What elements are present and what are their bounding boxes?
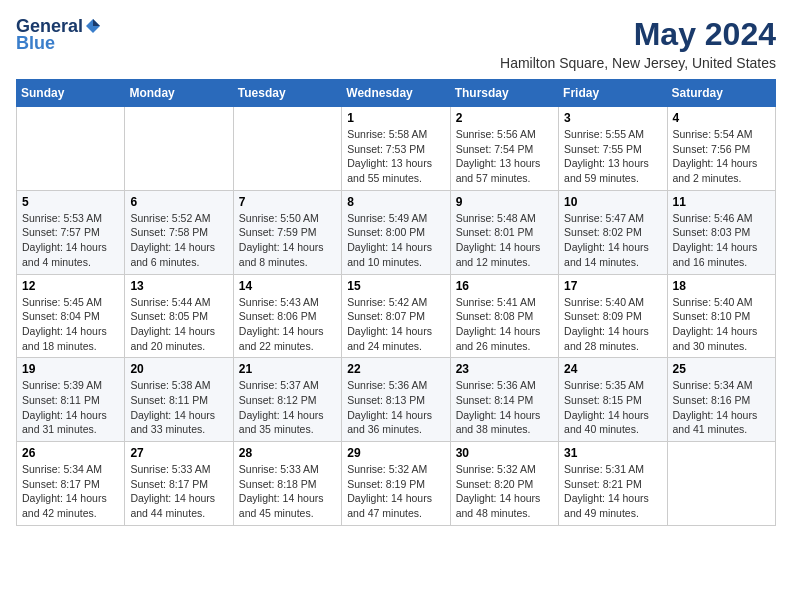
calendar-cell: [233, 107, 341, 191]
day-info: Sunrise: 5:32 AM Sunset: 8:20 PM Dayligh…: [456, 462, 553, 521]
day-number: 3: [564, 111, 661, 125]
calendar-cell: 4Sunrise: 5:54 AM Sunset: 7:56 PM Daylig…: [667, 107, 775, 191]
day-number: 29: [347, 446, 444, 460]
day-number: 31: [564, 446, 661, 460]
day-info: Sunrise: 5:56 AM Sunset: 7:54 PM Dayligh…: [456, 127, 553, 186]
day-number: 14: [239, 279, 336, 293]
calendar-cell: 3Sunrise: 5:55 AM Sunset: 7:55 PM Daylig…: [559, 107, 667, 191]
day-number: 12: [22, 279, 119, 293]
col-tuesday: Tuesday: [233, 80, 341, 107]
logo-blue: Blue: [16, 33, 55, 54]
calendar-cell: 20Sunrise: 5:38 AM Sunset: 8:11 PM Dayli…: [125, 358, 233, 442]
day-info: Sunrise: 5:47 AM Sunset: 8:02 PM Dayligh…: [564, 211, 661, 270]
calendar-week-row: 26Sunrise: 5:34 AM Sunset: 8:17 PM Dayli…: [17, 442, 776, 526]
col-wednesday: Wednesday: [342, 80, 450, 107]
day-info: Sunrise: 5:33 AM Sunset: 8:18 PM Dayligh…: [239, 462, 336, 521]
day-info: Sunrise: 5:46 AM Sunset: 8:03 PM Dayligh…: [673, 211, 770, 270]
calendar-cell: 14Sunrise: 5:43 AM Sunset: 8:06 PM Dayli…: [233, 274, 341, 358]
day-number: 11: [673, 195, 770, 209]
day-number: 15: [347, 279, 444, 293]
calendar-cell: 5Sunrise: 5:53 AM Sunset: 7:57 PM Daylig…: [17, 190, 125, 274]
calendar-cell: 10Sunrise: 5:47 AM Sunset: 8:02 PM Dayli…: [559, 190, 667, 274]
calendar-cell: 19Sunrise: 5:39 AM Sunset: 8:11 PM Dayli…: [17, 358, 125, 442]
day-number: 27: [130, 446, 227, 460]
day-number: 24: [564, 362, 661, 376]
day-number: 26: [22, 446, 119, 460]
day-number: 30: [456, 446, 553, 460]
calendar-cell: 28Sunrise: 5:33 AM Sunset: 8:18 PM Dayli…: [233, 442, 341, 526]
day-info: Sunrise: 5:37 AM Sunset: 8:12 PM Dayligh…: [239, 378, 336, 437]
calendar-cell: 21Sunrise: 5:37 AM Sunset: 8:12 PM Dayli…: [233, 358, 341, 442]
day-info: Sunrise: 5:40 AM Sunset: 8:10 PM Dayligh…: [673, 295, 770, 354]
calendar-cell: 29Sunrise: 5:32 AM Sunset: 8:19 PM Dayli…: [342, 442, 450, 526]
day-info: Sunrise: 5:41 AM Sunset: 8:08 PM Dayligh…: [456, 295, 553, 354]
logo: General Blue: [16, 16, 102, 54]
day-info: Sunrise: 5:34 AM Sunset: 8:16 PM Dayligh…: [673, 378, 770, 437]
calendar-cell: 13Sunrise: 5:44 AM Sunset: 8:05 PM Dayli…: [125, 274, 233, 358]
day-number: 20: [130, 362, 227, 376]
calendar-cell: 27Sunrise: 5:33 AM Sunset: 8:17 PM Dayli…: [125, 442, 233, 526]
day-number: 4: [673, 111, 770, 125]
day-number: 16: [456, 279, 553, 293]
day-number: 2: [456, 111, 553, 125]
calendar-cell: 6Sunrise: 5:52 AM Sunset: 7:58 PM Daylig…: [125, 190, 233, 274]
day-number: 8: [347, 195, 444, 209]
day-number: 10: [564, 195, 661, 209]
day-info: Sunrise: 5:49 AM Sunset: 8:00 PM Dayligh…: [347, 211, 444, 270]
day-info: Sunrise: 5:38 AM Sunset: 8:11 PM Dayligh…: [130, 378, 227, 437]
calendar-week-row: 1Sunrise: 5:58 AM Sunset: 7:53 PM Daylig…: [17, 107, 776, 191]
month-title: May 2024: [500, 16, 776, 53]
calendar-cell: 11Sunrise: 5:46 AM Sunset: 8:03 PM Dayli…: [667, 190, 775, 274]
day-info: Sunrise: 5:44 AM Sunset: 8:05 PM Dayligh…: [130, 295, 227, 354]
calendar-cell: [125, 107, 233, 191]
day-number: 23: [456, 362, 553, 376]
calendar-cell: 2Sunrise: 5:56 AM Sunset: 7:54 PM Daylig…: [450, 107, 558, 191]
day-number: 5: [22, 195, 119, 209]
day-info: Sunrise: 5:55 AM Sunset: 7:55 PM Dayligh…: [564, 127, 661, 186]
day-info: Sunrise: 5:45 AM Sunset: 8:04 PM Dayligh…: [22, 295, 119, 354]
day-number: 25: [673, 362, 770, 376]
day-number: 13: [130, 279, 227, 293]
calendar-cell: 22Sunrise: 5:36 AM Sunset: 8:13 PM Dayli…: [342, 358, 450, 442]
day-number: 19: [22, 362, 119, 376]
calendar-week-row: 12Sunrise: 5:45 AM Sunset: 8:04 PM Dayli…: [17, 274, 776, 358]
day-number: 1: [347, 111, 444, 125]
col-monday: Monday: [125, 80, 233, 107]
day-info: Sunrise: 5:36 AM Sunset: 8:14 PM Dayligh…: [456, 378, 553, 437]
day-info: Sunrise: 5:33 AM Sunset: 8:17 PM Dayligh…: [130, 462, 227, 521]
day-info: Sunrise: 5:31 AM Sunset: 8:21 PM Dayligh…: [564, 462, 661, 521]
calendar-cell: 8Sunrise: 5:49 AM Sunset: 8:00 PM Daylig…: [342, 190, 450, 274]
day-info: Sunrise: 5:40 AM Sunset: 8:09 PM Dayligh…: [564, 295, 661, 354]
day-info: Sunrise: 5:50 AM Sunset: 7:59 PM Dayligh…: [239, 211, 336, 270]
day-number: 6: [130, 195, 227, 209]
calendar-cell: 15Sunrise: 5:42 AM Sunset: 8:07 PM Dayli…: [342, 274, 450, 358]
day-info: Sunrise: 5:42 AM Sunset: 8:07 PM Dayligh…: [347, 295, 444, 354]
day-info: Sunrise: 5:54 AM Sunset: 7:56 PM Dayligh…: [673, 127, 770, 186]
page-header: General Blue May 2024 Hamilton Square, N…: [16, 16, 776, 71]
calendar-cell: 9Sunrise: 5:48 AM Sunset: 8:01 PM Daylig…: [450, 190, 558, 274]
day-number: 9: [456, 195, 553, 209]
day-number: 21: [239, 362, 336, 376]
col-sunday: Sunday: [17, 80, 125, 107]
col-friday: Friday: [559, 80, 667, 107]
day-info: Sunrise: 5:43 AM Sunset: 8:06 PM Dayligh…: [239, 295, 336, 354]
day-number: 17: [564, 279, 661, 293]
calendar-cell: 12Sunrise: 5:45 AM Sunset: 8:04 PM Dayli…: [17, 274, 125, 358]
calendar-week-row: 19Sunrise: 5:39 AM Sunset: 8:11 PM Dayli…: [17, 358, 776, 442]
day-info: Sunrise: 5:32 AM Sunset: 8:19 PM Dayligh…: [347, 462, 444, 521]
col-saturday: Saturday: [667, 80, 775, 107]
day-info: Sunrise: 5:39 AM Sunset: 8:11 PM Dayligh…: [22, 378, 119, 437]
location: Hamilton Square, New Jersey, United Stat…: [500, 55, 776, 71]
day-number: 22: [347, 362, 444, 376]
calendar-cell: 7Sunrise: 5:50 AM Sunset: 7:59 PM Daylig…: [233, 190, 341, 274]
calendar-cell: 30Sunrise: 5:32 AM Sunset: 8:20 PM Dayli…: [450, 442, 558, 526]
calendar-cell: 17Sunrise: 5:40 AM Sunset: 8:09 PM Dayli…: [559, 274, 667, 358]
logo-icon: [84, 17, 102, 35]
day-info: Sunrise: 5:35 AM Sunset: 8:15 PM Dayligh…: [564, 378, 661, 437]
day-info: Sunrise: 5:52 AM Sunset: 7:58 PM Dayligh…: [130, 211, 227, 270]
calendar-cell: 23Sunrise: 5:36 AM Sunset: 8:14 PM Dayli…: [450, 358, 558, 442]
day-info: Sunrise: 5:34 AM Sunset: 8:17 PM Dayligh…: [22, 462, 119, 521]
calendar: Sunday Monday Tuesday Wednesday Thursday…: [16, 79, 776, 526]
calendar-cell: 26Sunrise: 5:34 AM Sunset: 8:17 PM Dayli…: [17, 442, 125, 526]
day-info: Sunrise: 5:36 AM Sunset: 8:13 PM Dayligh…: [347, 378, 444, 437]
